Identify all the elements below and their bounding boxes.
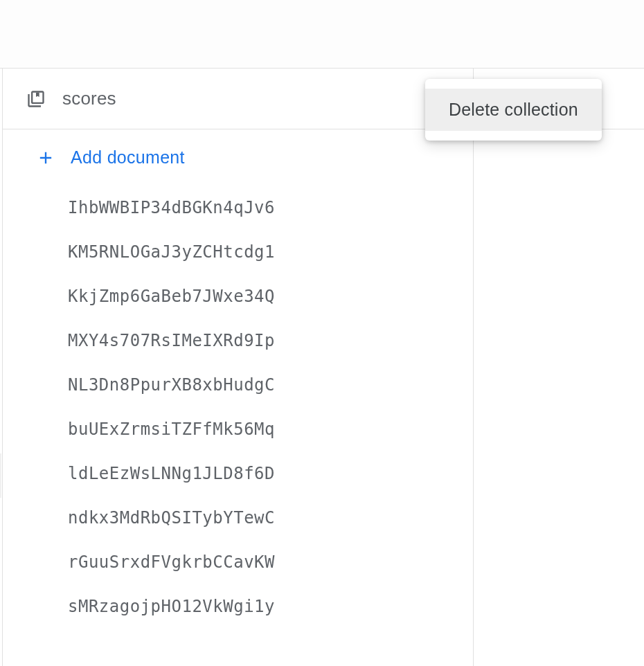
panel-header: scores [3,69,473,129]
document-item[interactable]: KkjZmp6GaBeb7JWxe34Q [68,274,473,318]
left-gutter [0,69,3,666]
document-item[interactable]: ndkx3MdRbQSITybYTewC [68,496,473,540]
document-item[interactable]: buUExZrmsiTZFfMk56Mq [68,407,473,451]
plus-icon [36,148,55,168]
document-item[interactable]: rGuuSrxdFVgkrbCCavKW [68,540,473,584]
document-item[interactable]: sMRzagojpHO12VkWgi1y [68,584,473,629]
document-item[interactable]: KM5RNLOGaJ3yZCHtcdg1 [68,230,473,274]
document-item[interactable]: IhbWWBIP34dBGKn4qJv6 [68,186,473,230]
context-menu: Delete collection [425,79,602,141]
document-list: IhbWWBIP34dBGKn4qJv6 KM5RNLOGaJ3yZCHtcdg… [3,186,473,629]
add-document-button[interactable]: Add document [3,129,473,186]
main-row: scores Add document IhbWWBIP34dBGKn4qJv6… [0,68,644,666]
document-item[interactable]: ldLeEzWsLNNg1JLD8f6D [68,451,473,496]
collection-panel: scores Add document IhbWWBIP34dBGKn4qJv6… [3,69,474,666]
right-pane [474,69,644,666]
add-document-label: Add document [71,147,185,168]
top-spacer [0,0,644,68]
delete-collection-menu-item[interactable]: Delete collection [425,89,602,131]
document-item[interactable]: MXY4s707RsIMeIXRd9Ip [68,318,473,363]
collection-icon [26,89,46,109]
collection-name: scores [62,88,415,109]
document-item[interactable]: NL3Dn8PpurXB8xbHudgC [68,363,473,407]
